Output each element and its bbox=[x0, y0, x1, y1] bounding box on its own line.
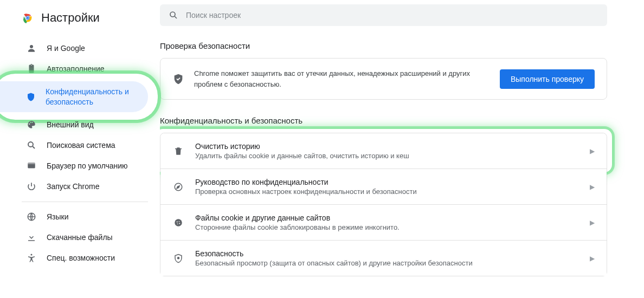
row-title: Файлы cookie и другие данные сайтов bbox=[195, 213, 579, 222]
page-title: Настройки bbox=[41, 11, 100, 25]
chrome-logo-icon bbox=[22, 12, 34, 24]
power-icon bbox=[26, 182, 37, 191]
row-cookies[interactable]: Файлы cookie и другие данные сайтов Стор… bbox=[160, 204, 607, 240]
sidebar-item-downloads[interactable]: Скачанные файлы bbox=[0, 227, 160, 248]
row-privacy-guide[interactable]: Руководство по конфиденциальности Провер… bbox=[160, 169, 607, 204]
row-subtitle: Удалить файлы cookie и данные сайтов, оч… bbox=[195, 152, 579, 160]
safety-check-text: Chrome поможет защитить вас от утечки да… bbox=[194, 68, 490, 89]
section-title-privacy: Конфиденциальность и безопасность bbox=[160, 116, 607, 125]
download-icon bbox=[26, 232, 37, 242]
svg-point-10 bbox=[170, 12, 175, 17]
sidebar-item-label: Скачанные файлы bbox=[47, 232, 113, 242]
svg-point-15 bbox=[177, 223, 178, 224]
svg-point-17 bbox=[178, 257, 179, 258]
row-clear-browsing-data[interactable]: Очистить историю Удалить файлы cookie и … bbox=[160, 133, 607, 169]
search-icon bbox=[169, 10, 178, 20]
svg-point-12 bbox=[175, 219, 182, 226]
run-safety-check-button[interactable]: Выполнить проверку bbox=[500, 69, 595, 89]
globe-icon bbox=[26, 212, 37, 222]
sidebar-item-you-and-google[interactable]: Я и Google bbox=[0, 38, 160, 59]
main-content: Проверка безопасности Chrome поможет защ… bbox=[160, 0, 644, 298]
row-security[interactable]: Безопасность Безопасный просмотр (защита… bbox=[160, 240, 607, 276]
trash-icon bbox=[172, 146, 184, 156]
shield-icon bbox=[26, 92, 36, 102]
sidebar-item-label: Спец. возможности bbox=[47, 253, 115, 263]
cookie-icon bbox=[172, 218, 184, 228]
row-subtitle: Сторонние файлы cookie заблокированы в р… bbox=[195, 223, 579, 231]
svg-rect-7 bbox=[28, 163, 35, 164]
safety-check-card: Chrome поможет защитить вас от утечки да… bbox=[160, 58, 607, 100]
sidebar-item-appearance[interactable]: Внешний вид bbox=[0, 114, 160, 135]
divider bbox=[22, 202, 148, 202]
sidebar-item-label: Внешний вид bbox=[47, 120, 94, 129]
sidebar-item-label: Я и Google bbox=[47, 43, 85, 53]
sidebar-item-search-engine[interactable]: Поисковая система bbox=[0, 135, 160, 156]
row-subtitle: Проверка основных настроек конфиденциаль… bbox=[195, 187, 579, 196]
chevron-right-icon: ▶ bbox=[590, 219, 595, 226]
palette-icon bbox=[26, 120, 37, 129]
section-title-safety: Проверка безопасности bbox=[160, 41, 607, 50]
svg-point-5 bbox=[28, 142, 33, 147]
clipboard-icon bbox=[26, 64, 37, 74]
user-icon bbox=[26, 43, 37, 53]
compass-icon bbox=[172, 182, 184, 192]
sidebar-item-default-browser[interactable]: Браузер по умолчанию bbox=[0, 156, 160, 176]
chevron-right-icon: ▶ bbox=[590, 183, 595, 191]
row-subtitle: Безопасный просмотр (защита от опасных с… bbox=[195, 259, 579, 267]
search-bar[interactable] bbox=[160, 4, 607, 26]
sidebar-item-label: Запуск Chrome bbox=[47, 182, 99, 191]
sidebar-item-languages[interactable]: Языки bbox=[0, 206, 160, 227]
shield-check-icon bbox=[172, 73, 184, 85]
svg-point-4 bbox=[30, 45, 33, 48]
sidebar-item-label: Конфиденциальность и безопасность bbox=[46, 87, 139, 106]
svg-point-13 bbox=[177, 221, 178, 222]
sidebar-item-label: Браузер по умолчанию bbox=[47, 161, 128, 171]
sidebar-nav: Я и Google Автозаполнение Конфиденциальн… bbox=[0, 35, 160, 268]
svg-point-9 bbox=[31, 254, 33, 255]
svg-point-16 bbox=[179, 223, 180, 224]
search-input[interactable] bbox=[186, 11, 598, 20]
chevron-right-icon: ▶ bbox=[590, 147, 595, 155]
sidebar: Настройки Я и Google Автозаполнение Конф… bbox=[0, 0, 160, 298]
sidebar-header: Настройки bbox=[0, 11, 160, 35]
sidebar-item-label: Поисковая система bbox=[47, 140, 115, 150]
sidebar-item-startup[interactable]: Запуск Chrome bbox=[0, 176, 160, 197]
security-icon bbox=[172, 254, 184, 263]
search-icon bbox=[26, 140, 37, 150]
sidebar-item-autofill[interactable]: Автозаполнение bbox=[0, 59, 160, 79]
svg-point-14 bbox=[179, 221, 180, 222]
privacy-list: Очистить историю Удалить файлы cookie и … bbox=[160, 133, 607, 276]
row-title: Руководство по конфиденциальности bbox=[195, 178, 579, 186]
sidebar-item-privacy-security[interactable]: Конфиденциальность и безопасность bbox=[0, 81, 148, 112]
sidebar-item-label: Автозаполнение bbox=[47, 64, 105, 74]
row-title: Очистить историю bbox=[195, 142, 579, 151]
sidebar-item-label: Языки bbox=[47, 212, 69, 222]
browser-icon bbox=[26, 161, 37, 171]
svg-point-3 bbox=[27, 17, 29, 20]
sidebar-item-accessibility[interactable]: Спец. возможности bbox=[0, 248, 160, 268]
row-title: Безопасность bbox=[195, 249, 579, 258]
accessibility-icon bbox=[26, 253, 37, 263]
chevron-right-icon: ▶ bbox=[590, 255, 595, 262]
